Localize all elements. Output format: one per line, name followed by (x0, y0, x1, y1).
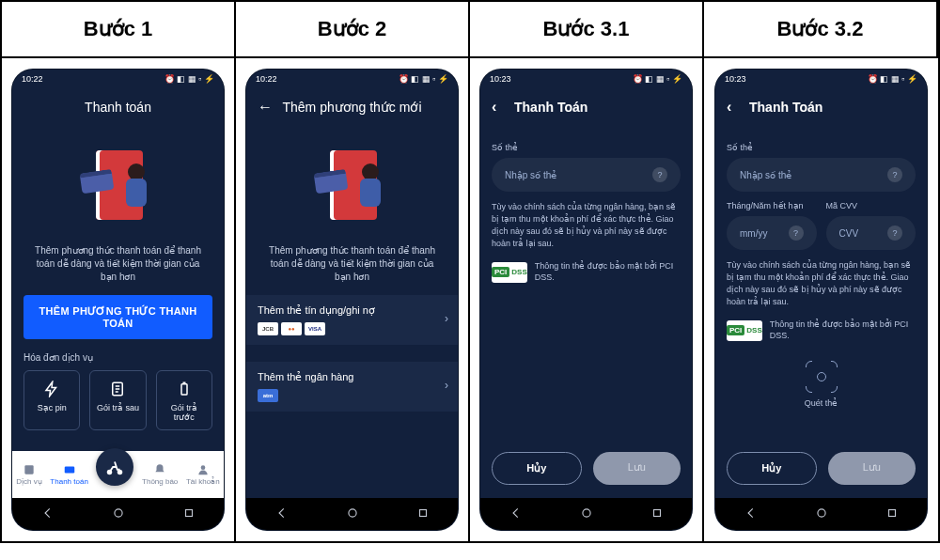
header-step-1: Bước 1 (2, 2, 236, 58)
bottom-nav: Dịch vụ Thanh toán Thông báo Tài khoản (12, 451, 224, 498)
battery-icon (176, 381, 193, 397)
chip-prepaid[interactable]: Gói trả trước (156, 370, 212, 430)
pci-dss-icon: PCIDSS (727, 320, 762, 341)
tab-services[interactable]: Dịch vụ (16, 463, 41, 486)
phone-frame: 10:23 ⏰ ◧ ▦ ▫ ⚡ ‹ Thanh Toán Số thẻ Nhập… (480, 70, 692, 530)
phone-frame: 10:22 ⏰ ◧ ▦ ▫ ⚡ ← Thêm phương thức mới T… (246, 70, 458, 530)
svg-rect-10 (419, 509, 426, 516)
svg-point-13 (817, 508, 824, 516)
chip-label: Gói trả trước (161, 403, 208, 422)
appbar: Thanh toán (12, 88, 224, 126)
row-title: Thêm thẻ ngân hàng (258, 371, 446, 383)
nav-home-icon[interactable] (815, 506, 828, 522)
nav-home-icon[interactable] (112, 506, 125, 522)
caption-text: Thêm phương thức thanh toán để thanh toá… (258, 241, 446, 295)
card-number-input[interactable]: Nhập số thẻ ? (727, 158, 916, 192)
help-icon[interactable]: ? (789, 226, 804, 241)
chip-charge[interactable]: Sạc pin (24, 370, 80, 430)
status-time: 10:23 (490, 74, 511, 84)
chip-postpaid[interactable]: Gói trả sau (89, 370, 146, 430)
back-chevron-icon[interactable]: ‹ (727, 99, 731, 116)
android-navbar (480, 498, 692, 530)
appbar: ‹ Thanh Toán (480, 88, 692, 126)
nav-recent-icon[interactable] (416, 506, 430, 522)
card-number-label: Số thẻ (727, 143, 916, 152)
steps-grid: Bước 1 Bước 2 Bước 3.1 Bước 3.2 10:22 ⏰ … (0, 0, 940, 543)
card-number-input[interactable]: Nhập số thẻ ? (492, 158, 681, 192)
cvv-input[interactable]: CVV ? (826, 216, 916, 250)
svg-rect-1 (181, 384, 187, 395)
nav-home-icon[interactable] (580, 506, 593, 522)
action-row: Hủy Lưu (727, 452, 916, 485)
svg-rect-12 (653, 509, 660, 516)
row-title: Thêm thẻ tín dụng/ghi nợ (258, 304, 446, 317)
svg-point-7 (114, 508, 121, 516)
cell-step-3-2: 10:23 ⏰ ◧ ▦ ▫ ⚡ ‹ Thanh Toán Số thẻ Nhập… (704, 58, 938, 541)
cell-step-3-1: 10:23 ⏰ ◧ ▦ ▫ ⚡ ‹ Thanh Toán Số thẻ Nhập… (470, 58, 704, 541)
svg-rect-2 (24, 465, 33, 474)
nav-home-icon[interactable] (346, 506, 359, 522)
status-icons: ⏰ ◧ ▦ ▫ ⚡ (164, 74, 214, 84)
appbar: ← Thêm phương thức mới (246, 88, 458, 126)
chevron-right-icon: › (445, 312, 448, 325)
expiry-label: Tháng/Năm hết hạn (727, 201, 817, 210)
nav-back-icon[interactable] (41, 506, 55, 522)
nav-back-icon[interactable] (275, 506, 289, 522)
save-button[interactable]: Lưu (593, 452, 682, 485)
chevron-right-icon: › (445, 379, 448, 392)
screen-content: Thêm phương thức thanh toán để thanh toá… (12, 126, 224, 451)
receipt-icon (109, 381, 126, 397)
screen-content: Thêm phương thức thanh toán để thanh toá… (246, 126, 458, 498)
status-bar: 10:23 ⏰ ◧ ▦ ▫ ⚡ (480, 70, 692, 88)
nav-recent-icon[interactable] (650, 506, 664, 522)
screen-content: Số thẻ Nhập số thẻ ? Tháng/Năm hết hạn m… (715, 126, 927, 498)
back-arrow-icon[interactable]: ← (258, 99, 273, 116)
policy-note: Tùy vào chính sách của từng ngân hàng, b… (727, 259, 916, 308)
card-number-label: Số thẻ (492, 143, 681, 152)
save-button[interactable]: Lưu (828, 452, 916, 485)
add-payment-method-button[interactable]: THÊM PHƯƠNG THỨC THANH TOÁN (24, 295, 212, 339)
help-icon[interactable]: ? (887, 167, 902, 182)
tab-notifications[interactable]: Thông báo (142, 463, 178, 486)
nav-recent-icon[interactable] (885, 506, 899, 522)
help-icon[interactable]: ? (652, 167, 667, 182)
illustration (24, 133, 212, 241)
fab-scooter[interactable] (96, 448, 133, 486)
tab-payment[interactable]: Thanh toán (50, 463, 87, 486)
back-chevron-icon[interactable]: ‹ (492, 99, 496, 116)
svg-point-11 (582, 508, 589, 516)
appbar-title: Thanh toán (85, 100, 151, 115)
placeholder: mm/yy (740, 228, 767, 239)
card-logos: JCB ●● VISA (258, 322, 446, 335)
nav-back-icon[interactable] (744, 506, 758, 522)
expiry-input[interactable]: mm/yy ? (727, 216, 817, 250)
jcb-icon: JCB (258, 322, 278, 335)
add-credit-debit-row[interactable]: Thêm thẻ tín dụng/ghi nợ JCB ●● VISA › (246, 295, 458, 345)
appbar: ‹ Thanh Toán (715, 88, 927, 126)
tab-account[interactable]: Tài khoản (186, 463, 220, 486)
nav-recent-icon[interactable] (182, 506, 196, 522)
help-icon[interactable]: ? (887, 226, 902, 241)
header-step-2: Bước 2 (236, 2, 470, 58)
cell-step-1: 10:22 ⏰ ◧ ▦ ▫ ⚡ Thanh toán Thêm phương t… (2, 58, 236, 541)
status-time: 10:22 (22, 74, 43, 84)
atm-icon: atm (258, 389, 278, 402)
status-icons: ⏰ ◧ ▦ ▫ ⚡ (399, 74, 448, 84)
scan-card[interactable]: Quét thẻ (727, 361, 916, 408)
status-bar: 10:23 ⏰ ◧ ▦ ▫ ⚡ (715, 70, 927, 88)
header-step-3-1: Bước 3.1 (470, 2, 704, 58)
phone-frame: 10:23 ⏰ ◧ ▦ ▫ ⚡ ‹ Thanh Toán Số thẻ Nhập… (715, 70, 927, 530)
status-icons: ⏰ ◧ ▦ ▫ ⚡ (868, 74, 917, 84)
pci-row: PCIDSS Thông tin thẻ được bảo mật bởi PC… (727, 319, 916, 341)
action-row: Hủy Lưu (492, 452, 681, 485)
pci-text: Thông tin thẻ được bảo mật bởi PCI DSS. (770, 319, 916, 341)
svg-rect-14 (888, 509, 895, 516)
cvv-label: Mã CVV (826, 201, 916, 210)
appbar-title: Thanh Toán (749, 100, 822, 115)
nav-back-icon[interactable] (509, 506, 523, 522)
cancel-button[interactable]: Hủy (492, 452, 582, 485)
cancel-button[interactable]: Hủy (727, 452, 817, 485)
add-bank-card-row[interactable]: Thêm thẻ ngân hàng atm › (246, 362, 458, 412)
chip-label: Gói trả sau (97, 403, 139, 412)
service-chips: Sạc pin Gói trả sau Gói trả trước (24, 370, 212, 430)
